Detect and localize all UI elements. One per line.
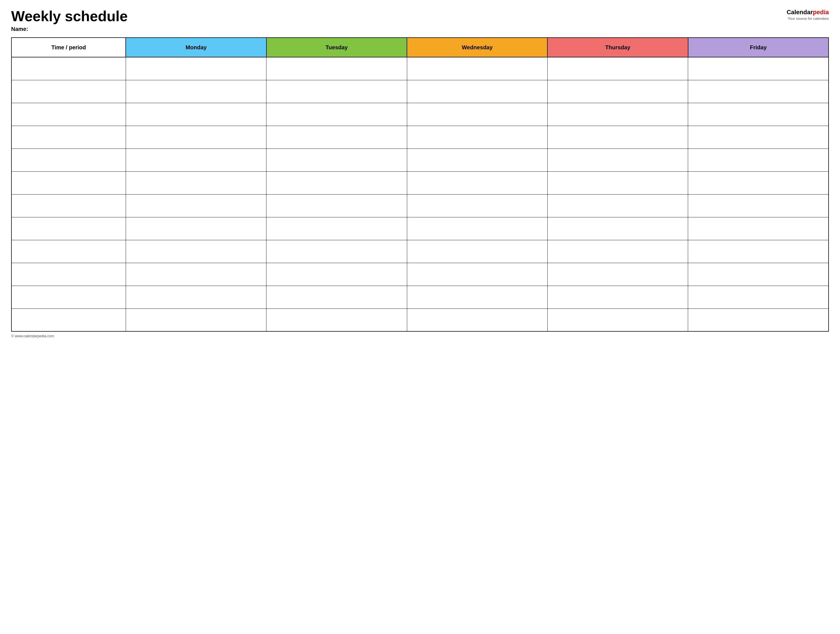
cell-row9-col1[interactable] (126, 263, 266, 285)
cell-row5-col3[interactable] (407, 171, 547, 194)
cell-row10-col5[interactable] (688, 285, 829, 309)
col-header-tuesday: Tuesday (267, 38, 407, 57)
cell-row1-col0[interactable] (11, 80, 126, 103)
cell-row1-col3[interactable] (407, 80, 547, 103)
cell-row7-col5[interactable] (688, 217, 829, 240)
cell-row3-col0[interactable] (11, 126, 126, 148)
cell-row7-col4[interactable] (547, 217, 688, 240)
cell-row10-col0[interactable] (11, 285, 126, 309)
cell-row0-col3[interactable] (407, 57, 547, 80)
cell-row0-col4[interactable] (547, 57, 688, 80)
cell-row6-col2[interactable] (267, 194, 407, 217)
cell-row6-col5[interactable] (688, 194, 829, 217)
col-header-wednesday: Wednesday (407, 38, 547, 57)
cell-row11-col3[interactable] (407, 309, 547, 331)
table-row (11, 309, 829, 331)
cell-row10-col3[interactable] (407, 285, 547, 309)
cell-row5-col0[interactable] (11, 171, 126, 194)
cell-row5-col2[interactable] (267, 171, 407, 194)
logo-text: Calendarpedia (786, 8, 829, 16)
cell-row6-col4[interactable] (547, 194, 688, 217)
logo-calendar-text: Calendar (786, 9, 813, 16)
logo-subtitle: Your source for calendars (786, 16, 829, 21)
col-header-friday: Friday (688, 38, 829, 57)
cell-row4-col1[interactable] (126, 148, 266, 171)
cell-row8-col5[interactable] (688, 240, 829, 263)
cell-row11-col2[interactable] (267, 309, 407, 331)
table-row (11, 194, 829, 217)
cell-row11-col1[interactable] (126, 309, 266, 331)
cell-row1-col4[interactable] (547, 80, 688, 103)
cell-row2-col3[interactable] (407, 103, 547, 126)
cell-row7-col1[interactable] (126, 217, 266, 240)
col-header-monday: Monday (126, 38, 266, 57)
cell-row8-col0[interactable] (11, 240, 126, 263)
cell-row11-col5[interactable] (688, 309, 829, 331)
cell-row5-col4[interactable] (547, 171, 688, 194)
cell-row0-col5[interactable] (688, 57, 829, 80)
cell-row8-col3[interactable] (407, 240, 547, 263)
cell-row4-col3[interactable] (407, 148, 547, 171)
table-row (11, 240, 829, 263)
cell-row1-col1[interactable] (126, 80, 266, 103)
cell-row2-col0[interactable] (11, 103, 126, 126)
table-row (11, 148, 829, 171)
header: Weekly schedule Name: Calendarpedia Your… (11, 8, 829, 32)
cell-row2-col4[interactable] (547, 103, 688, 126)
cell-row9-col0[interactable] (11, 263, 126, 285)
cell-row0-col1[interactable] (126, 57, 266, 80)
table-row (11, 126, 829, 148)
cell-row5-col5[interactable] (688, 171, 829, 194)
cell-row10-col2[interactable] (267, 285, 407, 309)
table-row (11, 103, 829, 126)
cell-row8-col1[interactable] (126, 240, 266, 263)
cell-row8-col4[interactable] (547, 240, 688, 263)
name-label: Name: (11, 26, 128, 32)
cell-row9-col4[interactable] (547, 263, 688, 285)
cell-row9-col5[interactable] (688, 263, 829, 285)
cell-row3-col2[interactable] (267, 126, 407, 148)
cell-row4-col0[interactable] (11, 148, 126, 171)
cell-row10-col1[interactable] (126, 285, 266, 309)
cell-row1-col5[interactable] (688, 80, 829, 103)
cell-row9-col3[interactable] (407, 263, 547, 285)
cell-row6-col1[interactable] (126, 194, 266, 217)
page-title: Weekly schedule (11, 8, 128, 24)
table-row (11, 285, 829, 309)
cell-row1-col2[interactable] (267, 80, 407, 103)
footer-url: © www.calendarpedia.com (11, 334, 54, 338)
cell-row7-col2[interactable] (267, 217, 407, 240)
schedule-table: Time / period Monday Tuesday Wednesday T… (11, 37, 829, 332)
cell-row7-col3[interactable] (407, 217, 547, 240)
logo-pedia-text: pedia (813, 9, 829, 16)
cell-row9-col2[interactable] (267, 263, 407, 285)
cell-row4-col5[interactable] (688, 148, 829, 171)
cell-row3-col5[interactable] (688, 126, 829, 148)
table-row (11, 57, 829, 80)
logo-area: Calendarpedia Your source for calendars (786, 8, 829, 21)
cell-row2-col1[interactable] (126, 103, 266, 126)
cell-row0-col0[interactable] (11, 57, 126, 80)
cell-row0-col2[interactable] (267, 57, 407, 80)
cell-row8-col2[interactable] (267, 240, 407, 263)
cell-row5-col1[interactable] (126, 171, 266, 194)
cell-row6-col3[interactable] (407, 194, 547, 217)
cell-row11-col0[interactable] (11, 309, 126, 331)
col-header-thursday: Thursday (547, 38, 688, 57)
schedule-body (11, 57, 829, 331)
cell-row7-col0[interactable] (11, 217, 126, 240)
cell-row3-col3[interactable] (407, 126, 547, 148)
table-row (11, 217, 829, 240)
title-section: Weekly schedule Name: (11, 8, 128, 32)
cell-row3-col1[interactable] (126, 126, 266, 148)
col-header-time: Time / period (11, 38, 126, 57)
cell-row2-col2[interactable] (267, 103, 407, 126)
cell-row4-col2[interactable] (267, 148, 407, 171)
cell-row6-col0[interactable] (11, 194, 126, 217)
cell-row10-col4[interactable] (547, 285, 688, 309)
cell-row11-col4[interactable] (547, 309, 688, 331)
cell-row3-col4[interactable] (547, 126, 688, 148)
table-row (11, 171, 829, 194)
cell-row2-col5[interactable] (688, 103, 829, 126)
cell-row4-col4[interactable] (547, 148, 688, 171)
